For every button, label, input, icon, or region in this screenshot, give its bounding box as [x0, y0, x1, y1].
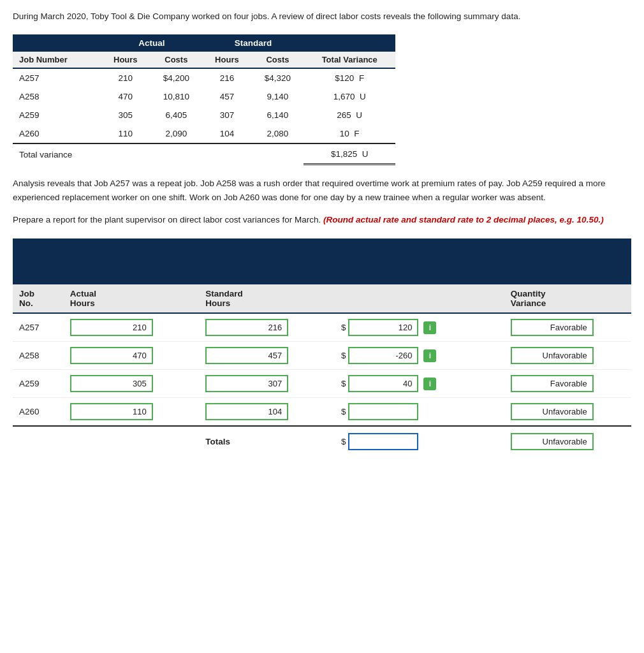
summary-table: Actual Standard Job Number Hours Costs H… [13, 34, 395, 165]
int-actual-hours-cell [64, 313, 200, 342]
actual-hours-input[interactable] [70, 347, 153, 364]
actual-header: Actual [101, 34, 202, 52]
summary-row: A259 305 6,405 307 6,140 265 U [13, 106, 395, 124]
standard-hours-input[interactable] [205, 375, 288, 392]
totals-qty-variance-input[interactable] [511, 433, 594, 450]
summary-job: A258 [13, 87, 101, 106]
summary-actual-costs: $4,200 [150, 68, 202, 87]
interactive-totals-row: Totals $ [13, 426, 631, 457]
summary-standard-costs: 6,140 [251, 106, 304, 124]
interactive-row: A259 $ i [13, 370, 631, 398]
qty-variance-input[interactable] [511, 347, 594, 364]
summary-job: A257 [13, 68, 101, 87]
totals-qty-variance-cell [504, 426, 631, 457]
summary-table-wrapper: Actual Standard Job Number Hours Costs H… [13, 34, 631, 165]
summary-standard-hours: 307 [202, 106, 251, 124]
dollar-input[interactable] [348, 403, 418, 420]
totals-dollar-sign: $ [341, 437, 346, 446]
int-qty-variance-cell [504, 342, 631, 370]
info-button[interactable]: i [423, 378, 436, 390]
info-button[interactable]: i [423, 321, 436, 334]
int-col-qty-variance: QuantityVariance [504, 284, 631, 313]
summary-variance: 1,670 U [304, 87, 395, 106]
interactive-row: A257 $ i [13, 313, 631, 342]
summary-job: A260 [13, 124, 101, 143]
col-header-actual-costs: Costs [150, 52, 202, 68]
summary-actual-hours: 305 [101, 106, 150, 124]
summary-actual-costs: 2,090 [150, 124, 202, 143]
int-qty-variance-cell [504, 313, 631, 342]
col-header-standard-hours: Hours [202, 52, 251, 68]
int-job-no: A259 [13, 370, 64, 398]
int-qty-variance-cell [504, 398, 631, 427]
summary-standard-costs: 9,140 [251, 87, 304, 106]
interactive-table: JobNo. ActualHours StandardHours Quantit… [13, 284, 631, 457]
int-qty-variance-cell [504, 370, 631, 398]
col-header-total-variance: Total Variance [304, 52, 395, 68]
summary-standard-costs: $4,320 [251, 68, 304, 87]
int-col-dollar [335, 284, 504, 313]
actual-hours-input[interactable] [70, 403, 153, 420]
dollar-input[interactable] [348, 375, 418, 392]
dollar-input[interactable] [348, 319, 418, 336]
int-dollar-cell: $ i [335, 370, 504, 398]
int-actual-hours-cell [64, 342, 200, 370]
qty-variance-input[interactable] [511, 403, 594, 420]
interactive-row: A258 $ i [13, 342, 631, 370]
interactive-table-wrapper: JobNo. ActualHours StandardHours Quantit… [13, 284, 631, 457]
col-header-standard-costs: Costs [251, 52, 304, 68]
interactive-header [13, 250, 631, 284]
summary-job: A259 [13, 106, 101, 124]
summary-actual-costs: 6,405 [150, 106, 202, 124]
summary-standard-costs: 2,080 [251, 124, 304, 143]
prepare-text: Prepare a report for the plant superviso… [13, 213, 631, 227]
interactive-row: A260 $ [13, 398, 631, 427]
actual-hours-input[interactable] [70, 319, 153, 336]
dollar-sign: $ [341, 379, 346, 388]
standard-hours-input[interactable] [205, 403, 288, 420]
int-col-job: JobNo. [13, 284, 64, 313]
actual-hours-input[interactable] [70, 375, 153, 392]
int-standard-hours-cell [199, 370, 335, 398]
summary-variance: 265 U [304, 106, 395, 124]
totals-dollar-cell: $ [335, 426, 504, 457]
total-variance: $1,825 U [304, 143, 395, 165]
standard-hours-input[interactable] [205, 319, 288, 336]
interactive-section: JobNo. ActualHours StandardHours Quantit… [13, 238, 631, 457]
total-label: Total variance [13, 143, 101, 165]
dollar-sign: $ [341, 323, 346, 332]
int-standard-hours-cell [199, 342, 335, 370]
dollar-sign: $ [341, 351, 346, 360]
int-actual-hours-cell [64, 398, 200, 427]
summary-actual-costs: 10,810 [150, 87, 202, 106]
col-header-job: Job Number [13, 52, 101, 68]
summary-actual-hours: 110 [101, 124, 150, 143]
int-standard-hours-cell [199, 313, 335, 342]
totals-dollar-input[interactable] [348, 433, 418, 450]
qty-variance-input[interactable] [511, 319, 594, 336]
info-button[interactable]: i [423, 349, 436, 362]
summary-standard-hours: 216 [202, 68, 251, 87]
dollar-sign: $ [341, 407, 346, 416]
int-dollar-cell: $ i [335, 313, 504, 342]
summary-row: A260 110 2,090 104 2,080 10 F [13, 124, 395, 143]
int-actual-hours-cell [64, 370, 200, 398]
int-dollar-cell: $ i [335, 342, 504, 370]
int-job-no: A258 [13, 342, 64, 370]
int-col-standard-hours: StandardHours [199, 284, 335, 313]
standard-header: Standard [202, 34, 304, 52]
intro-text: During March 2020, Toby Tool & Die Compa… [13, 10, 631, 23]
analysis-text: Analysis reveals that Job A257 was a rep… [13, 177, 631, 204]
qty-variance-input[interactable] [511, 375, 594, 392]
int-standard-hours-cell [199, 398, 335, 427]
dollar-input[interactable] [348, 347, 418, 364]
standard-hours-input[interactable] [205, 347, 288, 364]
int-dollar-cell: $ [335, 398, 504, 427]
summary-total-row: Total variance $1,825 U [13, 143, 395, 165]
totals-label: Totals [199, 426, 335, 457]
int-job-no: A257 [13, 313, 64, 342]
summary-row: A257 210 $4,200 216 $4,320 $120 F [13, 68, 395, 87]
col-header-actual-hours: Hours [101, 52, 150, 68]
int-col-actual-hours: ActualHours [64, 284, 200, 313]
totals-empty [13, 426, 64, 457]
